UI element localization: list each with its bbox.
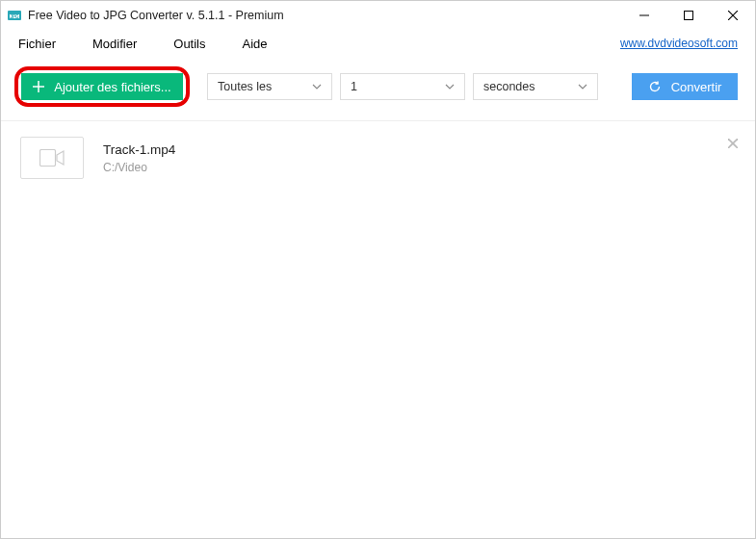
titlebar: JPG Free Video to JPG Converter v. 5.1.1… — [1, 1, 755, 30]
convert-button[interactable]: Convertir — [632, 73, 738, 100]
menu-edit[interactable]: Modifier — [92, 37, 137, 51]
plus-icon — [33, 81, 44, 92]
refresh-icon — [648, 80, 662, 93]
dropdown-unit-value: secondes — [483, 80, 535, 93]
annotation-highlight: Ajouter des fichiers... — [14, 66, 190, 107]
dropdown-count-value: 1 — [351, 80, 357, 93]
toolbar: Ajouter des fichiers... Toutes les 1 sec… — [1, 57, 755, 121]
file-thumbnail — [20, 137, 84, 179]
chevron-down-icon — [445, 84, 455, 90]
maximize-button[interactable] — [666, 1, 711, 30]
remove-file-button[interactable] — [728, 139, 738, 148]
file-row[interactable]: Track-1.mp4 C:/Video — [1, 131, 755, 185]
file-path: C:/Video — [103, 161, 175, 174]
minimize-button[interactable] — [622, 1, 666, 30]
menubar: Fichier Modifier Outils Aide www.dvdvide… — [1, 30, 755, 57]
dropdown-mode[interactable]: Toutes les — [207, 73, 332, 100]
close-button[interactable] — [711, 1, 755, 30]
svg-rect-9 — [40, 150, 56, 167]
dropdown-unit[interactable]: secondes — [473, 73, 598, 100]
menu-help[interactable]: Aide — [243, 37, 268, 51]
add-files-label: Ajouter des fichiers... — [54, 80, 170, 94]
video-icon — [39, 149, 65, 167]
add-files-button[interactable]: Ajouter des fichiers... — [21, 73, 183, 100]
menu-file[interactable]: Fichier — [18, 37, 56, 51]
file-meta: Track-1.mp4 C:/Video — [103, 142, 175, 174]
window-controls — [622, 1, 755, 30]
menu-tools[interactable]: Outils — [173, 37, 205, 51]
file-name: Track-1.mp4 — [103, 142, 175, 157]
dvdvideosoft-link[interactable]: www.dvdvideosoft.com — [620, 37, 738, 50]
dropdown-mode-value: Toutes les — [218, 80, 272, 93]
dropdown-count[interactable]: 1 — [340, 73, 465, 100]
app-title: Free Video to JPG Converter v. 5.1.1 - P… — [28, 9, 622, 22]
svg-rect-4 — [685, 12, 693, 20]
file-list: Track-1.mp4 C:/Video — [1, 121, 755, 539]
app-icon: JPG — [7, 8, 22, 23]
svg-text:JPG: JPG — [10, 14, 19, 19]
chevron-down-icon — [578, 84, 587, 90]
convert-label: Convertir — [671, 80, 722, 94]
chevron-down-icon — [312, 84, 322, 90]
